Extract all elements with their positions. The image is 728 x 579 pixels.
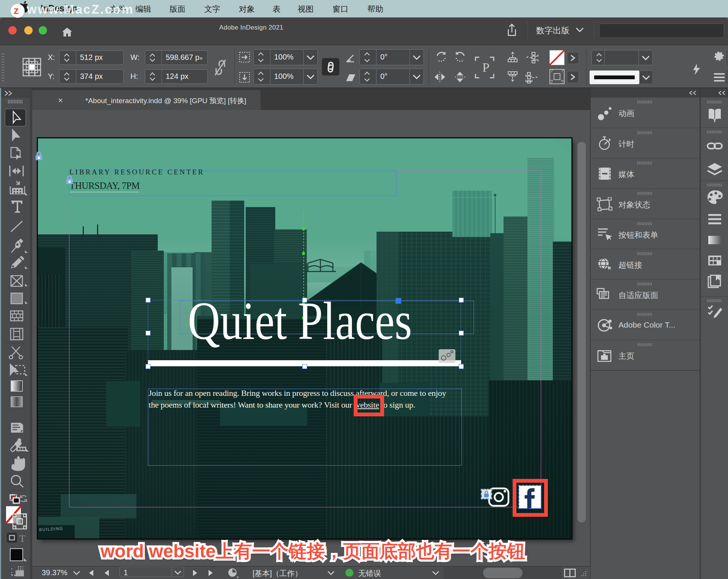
svg-text:?: ?	[14, 525, 16, 530]
svg-text:T: T	[19, 533, 25, 544]
svg-text:?: ?	[14, 513, 16, 518]
svg-text:?: ?	[24, 525, 27, 530]
svg-text:P: P	[482, 60, 490, 74]
svg-text:?: ?	[24, 513, 27, 518]
